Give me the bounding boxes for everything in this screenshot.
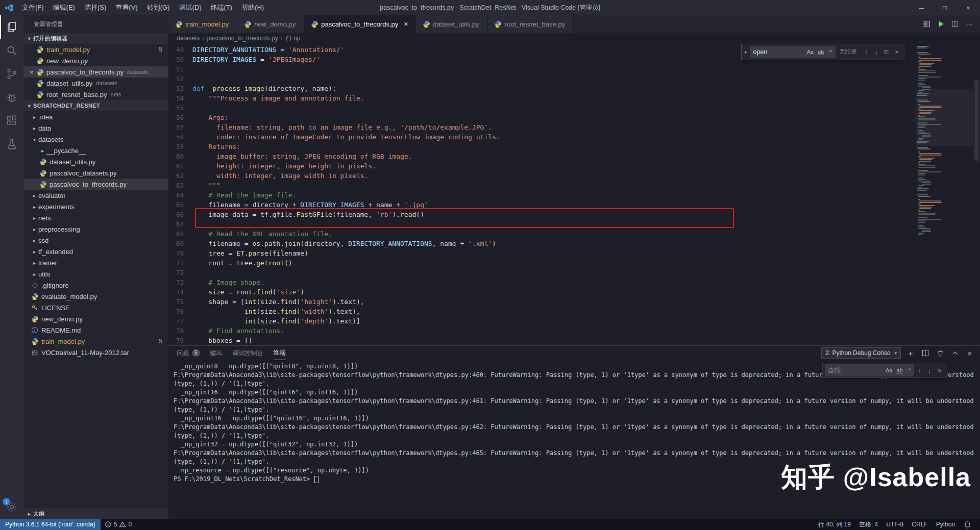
toggle-replace-icon[interactable]: ▸ xyxy=(742,49,750,55)
code-line[interactable]: 67 xyxy=(168,219,914,229)
code-line[interactable]: 55 xyxy=(168,103,914,113)
close-panel-button[interactable]: × xyxy=(965,348,975,358)
tab-dataset_utils.py[interactable]: dataset_utils.py xyxy=(416,15,487,33)
code-line[interactable]: 72 xyxy=(168,268,914,277)
maximize-button[interactable]: □ xyxy=(933,0,957,15)
line-number[interactable]: 67 xyxy=(168,219,192,229)
tree-folder-item[interactable]: ▸__pycache__ xyxy=(23,145,168,156)
maximize-panel-button[interactable] xyxy=(950,348,960,358)
line-number[interactable]: 56 xyxy=(168,113,192,122)
tree-folder-item[interactable]: ▸evaluator xyxy=(23,190,168,201)
minimize-button[interactable]: ─ xyxy=(910,0,933,15)
activity-source-control-icon[interactable] xyxy=(0,62,23,86)
encoding-status[interactable]: UTF-8 xyxy=(882,519,908,530)
panel-tab-3[interactable]: 终端 xyxy=(274,346,286,360)
line-number[interactable]: 78 xyxy=(168,326,192,336)
line-number[interactable]: 58 xyxy=(168,132,192,142)
code-editor[interactable]: 49DIRECTORY_ANNOTATIONS = 'Annotations/'… xyxy=(168,44,980,345)
match-case-button[interactable]: Aa xyxy=(884,367,894,374)
tree-file-item[interactable]: new_demo.py xyxy=(23,313,168,324)
menu-item-2[interactable]: 选择(S) xyxy=(80,0,111,15)
indentation-status[interactable]: 空格: 4 xyxy=(855,519,882,530)
menu-item-1[interactable]: 编辑(E) xyxy=(48,0,80,15)
code-line[interactable]: 68 # Read the XML annotation file. xyxy=(168,229,914,239)
code-line[interactable]: 71 root = tree.getroot() xyxy=(168,258,914,268)
code-line[interactable]: 53def _process_image(directory, name): xyxy=(168,84,914,93)
tree-folder-item[interactable]: ▸experiments xyxy=(23,201,168,212)
open-editor-item[interactable]: root_resnet_base.pynets xyxy=(23,89,168,100)
line-number[interactable]: 73 xyxy=(168,277,192,287)
open-editors-header[interactable]: ▾ 打开的编辑器 xyxy=(23,33,168,44)
code-line[interactable]: 54 """Process a image and annotation fil… xyxy=(168,93,914,103)
terminal-find-input[interactable] xyxy=(828,367,883,374)
tree-folder-item[interactable]: ▸nets xyxy=(23,212,168,223)
run-python-file-button[interactable] xyxy=(935,18,946,30)
menu-item-5[interactable]: 调试(D) xyxy=(174,0,206,15)
code-line[interactable]: 56 Args: xyxy=(168,113,914,122)
tab-train_model.py[interactable]: train_model.py xyxy=(168,15,237,33)
regex-button[interactable]: .* xyxy=(905,367,912,374)
code-line[interactable]: 58 coder: instance of ImageCoder to prov… xyxy=(168,132,914,142)
new-terminal-button[interactable]: + xyxy=(905,348,916,358)
manage-gear-icon[interactable]: 1 xyxy=(0,495,23,519)
line-number[interactable]: 57 xyxy=(168,122,192,132)
code-line[interactable]: 62 width: integer, image width in pixels… xyxy=(168,171,914,181)
regex-button[interactable]: .* xyxy=(826,48,833,56)
code-line[interactable]: 74 size = root.find('size') xyxy=(168,287,914,297)
line-number[interactable]: 69 xyxy=(168,239,192,248)
notifications-bell-icon[interactable] xyxy=(959,519,976,530)
minimap-slider[interactable] xyxy=(916,89,973,146)
line-number[interactable]: 50 xyxy=(168,55,192,64)
project-root-header[interactable]: ▾ SCRATCHDET_RESNET xyxy=(23,100,168,111)
more-actions-button[interactable]: ··· xyxy=(964,18,975,30)
breadcrumb-item[interactable]: {}np xyxy=(285,35,301,42)
line-number[interactable]: 75 xyxy=(168,297,192,307)
find-close-button[interactable]: × xyxy=(935,367,945,374)
line-number[interactable]: 59 xyxy=(168,142,192,152)
line-number[interactable]: 74 xyxy=(168,287,192,297)
code-line[interactable]: 78 # Find annotations. xyxy=(168,326,914,336)
whole-word-button[interactable]: ab xyxy=(895,367,904,374)
terminal-picker-dropdown[interactable]: 2: Python Debug Conso ▾ xyxy=(821,347,901,359)
find-next-button[interactable]: ↓ xyxy=(924,367,935,374)
open-changes-button[interactable] xyxy=(921,18,932,30)
menu-item-6[interactable]: 终端(T) xyxy=(206,0,237,15)
open-editor-item[interactable]: ×pascalvoc_to_tfrecords.pydatasets xyxy=(23,66,168,78)
split-editor-button[interactable] xyxy=(949,18,961,30)
close-icon[interactable]: × xyxy=(401,20,410,28)
code-line[interactable]: 77 int(size.find('depth').text)] xyxy=(168,316,914,326)
line-number[interactable]: 71 xyxy=(168,258,192,268)
outline-header[interactable]: ▸ 大纲 xyxy=(23,509,168,519)
code-line[interactable]: 69 filename = os.path.join(directory, DI… xyxy=(168,239,914,248)
tree-folder-item[interactable]: ▸.idea xyxy=(23,111,168,122)
line-number[interactable]: 62 xyxy=(168,171,192,181)
find-in-selection-button[interactable] xyxy=(881,48,892,56)
match-case-button[interactable]: Aa xyxy=(805,48,815,56)
close-button[interactable]: × xyxy=(957,0,980,15)
code-line[interactable]: 61 height: integer, image height in pixe… xyxy=(168,161,914,171)
code-line[interactable]: 76 int(size.find('width').text), xyxy=(168,307,914,316)
line-number[interactable]: 61 xyxy=(168,161,192,171)
tree-folder-item[interactable]: ▾datasets xyxy=(23,134,168,145)
tree-folder-item[interactable]: ▸data xyxy=(23,122,168,134)
find-close-button[interactable]: × xyxy=(892,48,902,56)
line-number[interactable]: 76 xyxy=(168,307,192,316)
menu-item-4[interactable]: 转到(G) xyxy=(142,0,175,15)
code-line[interactable]: 70 tree = ET.parse(filename) xyxy=(168,248,914,258)
code-line[interactable]: 60 image_buffer: string, JPEG encoding o… xyxy=(168,152,914,161)
code-line[interactable]: 59 Returns: xyxy=(168,142,914,152)
cursor-position-status[interactable]: 行 40, 列 19 xyxy=(814,519,855,530)
line-number[interactable]: 66 xyxy=(168,210,192,219)
find-input[interactable] xyxy=(753,48,804,56)
find-next-button[interactable]: ↓ xyxy=(871,48,881,56)
split-terminal-button[interactable] xyxy=(920,348,930,358)
tree-file-item[interactable]: .gitignore xyxy=(23,280,168,291)
tree-folder-item[interactable]: ▸ssd xyxy=(23,235,168,246)
activity-explorer-icon[interactable] xyxy=(0,15,23,39)
scrollbar-thumb[interactable] xyxy=(974,80,978,161)
tree-file-item[interactable]: evaluate_model.py xyxy=(23,291,168,302)
tree-folder-item[interactable]: ▸tf_extended xyxy=(23,246,168,257)
vscode-logo-icon[interactable] xyxy=(0,4,17,12)
tab-pascalvoc_to_tfrecords.py[interactable]: pascalvoc_to_tfrecords.py× xyxy=(304,15,416,33)
line-number[interactable]: 63 xyxy=(168,181,192,190)
